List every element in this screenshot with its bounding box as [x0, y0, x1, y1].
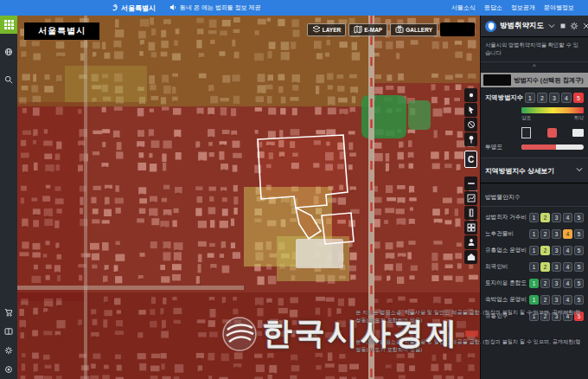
main-area: 서울특별시 LAYERE-MAPGALLERY C 방범취약지도 서울시의 방범… [0, 16, 588, 379]
settings-icon[interactable] [0, 360, 17, 379]
opacity-slider[interactable] [521, 145, 584, 150]
pin-icon[interactable] [464, 132, 477, 146]
grid-icon[interactable] [464, 221, 477, 234]
index-chip[interactable]: 3 [552, 295, 561, 305]
index-chip[interactable]: 2 [540, 295, 550, 305]
index-chip[interactable]: 2 [540, 279, 550, 288]
map-canvas[interactable]: 서울특별시 LAYERE-MAPGALLERY C [17, 16, 480, 379]
gear-icon[interactable] [570, 22, 578, 30]
panel-title: 방범취약지도 [500, 21, 544, 31]
index-chip[interactable]: 1 [529, 213, 539, 222]
panel-subtitle: 서울시의 방범취약지역을 확인할 수 있습니다 [481, 37, 588, 62]
fill-style-button[interactable] [547, 128, 557, 138]
index-chip[interactable]: 1 [529, 262, 539, 272]
selected-district-label: 방범지수 (선택된 집계구) [514, 76, 584, 85]
outline-style-button[interactable] [521, 127, 531, 138]
region-scale-chip[interactable]: 2 [537, 93, 547, 103]
book-icon[interactable] [0, 322, 17, 341]
index-chip[interactable]: 1 [529, 279, 539, 288]
index-chip[interactable]: 3 [552, 312, 561, 321]
index-chip[interactable]: 2 [540, 246, 550, 255]
apps-grid-icon[interactable] [0, 16, 17, 34]
index-row-chips: 12345 [529, 213, 584, 222]
index-chip[interactable]: 4 [563, 213, 572, 222]
index-chip[interactable]: 3 [552, 246, 561, 255]
chart-icon[interactable] [464, 191, 477, 205]
globe-icon[interactable] [0, 42, 17, 61]
seoul-logo-label: 서울특별시 [121, 3, 156, 13]
region-scale-chip[interactable]: 1 [525, 93, 535, 103]
index-row-chips: 12345 [529, 295, 584, 305]
search-icon[interactable] [0, 70, 17, 89]
detail-section-toggle[interactable]: 지역방범지수 상세보기 [481, 158, 588, 183]
index-chip[interactable]: 4 [563, 229, 572, 239]
index-chip[interactable]: 5 [574, 262, 584, 272]
refresh-icon[interactable]: C [464, 151, 477, 168]
index-chip[interactable]: 1 [529, 229, 539, 239]
point-icon[interactable] [464, 88, 477, 102]
collapse-caret[interactable]: ^ [481, 62, 588, 71]
shield-icon [485, 21, 496, 32]
index-chip[interactable]: 4 [563, 246, 572, 255]
ruler-icon[interactable] [464, 206, 477, 220]
speaker-icon [169, 3, 177, 12]
detail-section-label: 지역방범지수 상세보기 [485, 166, 554, 176]
gallery-button[interactable]: GALLERY [390, 23, 438, 36]
e-map-button[interactable]: E-MAP [348, 23, 387, 36]
index-chip[interactable]: 5 [574, 213, 584, 222]
index-row-label: 외국인비 [485, 263, 508, 271]
none-style-button[interactable] [572, 129, 584, 137]
index-row: 숙박업소 운영비 12345 [481, 292, 588, 308]
chevron-down-icon[interactable] [547, 22, 556, 30]
top-menu-item[interactable]: 서울소식 [451, 3, 476, 12]
gear-icon[interactable] [0, 341, 17, 360]
index-chip[interactable]: 4 [563, 312, 572, 321]
index-chip[interactable]: 3 [552, 213, 561, 222]
index-row-chips: 12345 [529, 312, 584, 321]
pin-small-icon[interactable] [559, 22, 566, 29]
layer-button[interactable]: LAYER [307, 23, 346, 36]
index-chip[interactable]: 5 [574, 312, 584, 321]
index-chip[interactable]: 5 [574, 279, 584, 288]
panel-header: 방범취약지도 [481, 16, 588, 37]
seoul-logo[interactable]: 서울특별시 [111, 0, 156, 16]
person-icon[interactable] [464, 235, 477, 249]
top-menu-item[interactable]: 응답소 [484, 3, 502, 12]
minus-icon[interactable] [464, 177, 477, 190]
cart-icon[interactable] [0, 303, 17, 322]
index-chip[interactable]: 1 [529, 295, 539, 305]
index-rows: 성범죄자 거주비 12345 노후건물비 12345 유흥업소 운영비 1234… [481, 209, 588, 324]
index-chip[interactable]: 1 [529, 312, 539, 321]
home-icon[interactable] [464, 250, 477, 264]
index-chip[interactable]: 5 [574, 295, 584, 305]
index-chip[interactable]: 3 [552, 262, 561, 272]
no-entry-icon[interactable] [464, 118, 477, 132]
index-chip[interactable]: 2 [540, 262, 550, 272]
top-bar: 서울특별시 동네 온 에는 범죄율 정보 제공 서울소식응답소정보공개분야별정보 [0, 0, 588, 16]
legend-vulnerable: 취약 [573, 114, 584, 122]
cursor-icon[interactable] [464, 103, 477, 117]
index-chip[interactable]: 2 [540, 312, 550, 321]
region-scale-chip[interactable]: 5 [573, 93, 584, 103]
map-overlay-layer [17, 16, 480, 379]
close-icon[interactable] [582, 22, 588, 30]
index-chip[interactable]: 4 [563, 262, 572, 272]
index-chip[interactable]: 1 [529, 246, 539, 255]
index-chip[interactable]: 2 [540, 229, 550, 239]
index-chip[interactable]: 3 [552, 229, 561, 239]
selected-district-bar: 방범지수 (선택된 집계구) [481, 73, 588, 87]
index-chip[interactable]: 4 [563, 279, 572, 288]
index-chip[interactable]: 3 [552, 279, 561, 288]
index-chip[interactable]: 5 [574, 229, 584, 239]
index-chip[interactable]: 5 [574, 246, 584, 255]
index-chip[interactable]: 4 [563, 295, 572, 305]
region-scale-chip[interactable]: 4 [561, 93, 572, 103]
index-chip[interactable]: 2 [540, 213, 550, 222]
top-menu-item[interactable]: 분야별정보 [544, 3, 574, 12]
region-scale-chip[interactable]: 3 [549, 93, 559, 103]
index-row-chips: 12345 [529, 229, 584, 239]
opacity-label: 투명도 [485, 143, 502, 151]
top-menu-item[interactable]: 정보공개 [511, 3, 535, 12]
region-index-row: 지역방범지수 12345 [481, 87, 588, 105]
index-row-label: 유동인구 [485, 312, 508, 320]
